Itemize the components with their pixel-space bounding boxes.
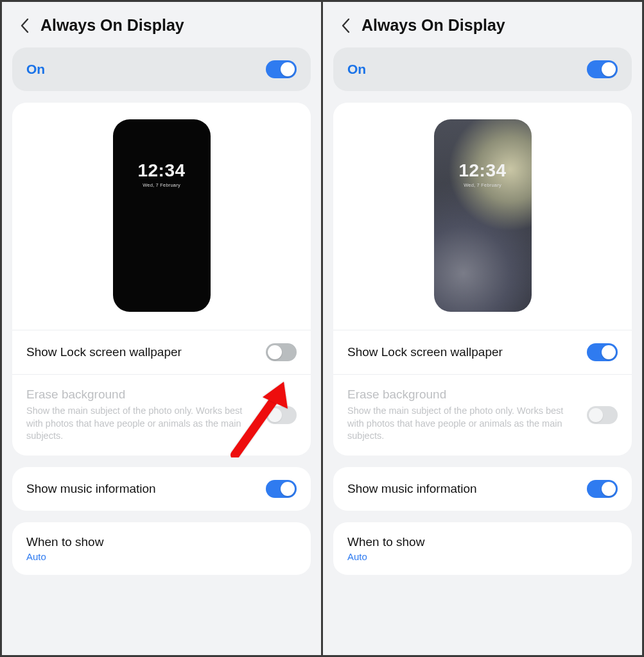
header: Always On Display bbox=[323, 2, 642, 47]
preview-card: 12:34 Wed, 7 February Show Lock screen w… bbox=[333, 103, 632, 456]
preview-time: 12:34 bbox=[458, 160, 506, 181]
phone-preview: 12:34 Wed, 7 February bbox=[434, 119, 532, 312]
phone-preview: 12:34 Wed, 7 February bbox=[113, 119, 211, 312]
erase-background-toggle bbox=[266, 406, 297, 424]
back-button[interactable] bbox=[341, 18, 350, 33]
show-wallpaper-row[interactable]: Show Lock screen wallpaper bbox=[333, 330, 632, 374]
settings-pane-left: Always On Display On 12:34 Wed, 7 Februa… bbox=[2, 2, 321, 655]
page-title: Always On Display bbox=[361, 16, 505, 35]
erase-background-row: Erase background Show the main subject o… bbox=[333, 374, 632, 456]
master-toggle-row[interactable]: On bbox=[333, 47, 632, 91]
show-wallpaper-toggle[interactable] bbox=[587, 343, 618, 361]
music-info-row[interactable]: Show music information bbox=[333, 467, 632, 511]
settings-pane-right: Always On Display On 12:34 Wed, 7 Februa… bbox=[323, 2, 642, 655]
erase-background-row: Erase background Show the main subject o… bbox=[12, 374, 311, 456]
preview-date: Wed, 7 February bbox=[464, 182, 501, 188]
chevron-left-icon bbox=[20, 18, 29, 33]
page-title: Always On Display bbox=[40, 16, 184, 35]
when-to-show-label: When to show bbox=[347, 535, 618, 549]
when-card: When to show Auto bbox=[333, 522, 632, 575]
preview-card: 12:34 Wed, 7 February Show Lock screen w… bbox=[12, 103, 311, 456]
chevron-left-icon bbox=[341, 18, 350, 33]
master-toggle[interactable] bbox=[587, 60, 618, 78]
show-wallpaper-label: Show Lock screen wallpaper bbox=[26, 345, 257, 359]
preview-date: Wed, 7 February bbox=[143, 182, 180, 188]
erase-background-desc: Show the main subject of the photo only.… bbox=[347, 405, 572, 443]
preview-time: 12:34 bbox=[137, 160, 185, 181]
aod-preview[interactable]: 12:34 Wed, 7 February bbox=[333, 103, 632, 330]
music-info-toggle[interactable] bbox=[587, 480, 618, 498]
master-toggle-label: On bbox=[347, 62, 366, 77]
header: Always On Display bbox=[2, 2, 321, 47]
show-wallpaper-toggle[interactable] bbox=[266, 343, 297, 361]
back-button[interactable] bbox=[20, 18, 29, 33]
music-card: Show music information bbox=[12, 467, 311, 511]
when-to-show-row[interactable]: When to show Auto bbox=[12, 522, 311, 575]
erase-background-toggle bbox=[587, 406, 618, 424]
erase-background-label: Erase background bbox=[347, 388, 578, 402]
aod-preview[interactable]: 12:34 Wed, 7 February bbox=[12, 103, 311, 330]
show-wallpaper-row[interactable]: Show Lock screen wallpaper bbox=[12, 330, 311, 374]
when-card: When to show Auto bbox=[12, 522, 311, 575]
master-toggle-row[interactable]: On bbox=[12, 47, 311, 91]
master-toggle[interactable] bbox=[266, 60, 297, 78]
when-to-show-value: Auto bbox=[347, 551, 618, 562]
music-card: Show music information bbox=[333, 467, 632, 511]
music-info-label: Show music information bbox=[347, 482, 477, 496]
music-info-toggle[interactable] bbox=[266, 480, 297, 498]
when-to-show-value: Auto bbox=[26, 551, 297, 562]
when-to-show-label: When to show bbox=[26, 535, 297, 549]
music-info-label: Show music information bbox=[26, 482, 156, 496]
erase-background-desc: Show the main subject of the photo only.… bbox=[26, 405, 251, 443]
when-to-show-row[interactable]: When to show Auto bbox=[333, 522, 632, 575]
show-wallpaper-label: Show Lock screen wallpaper bbox=[347, 345, 578, 359]
master-toggle-label: On bbox=[26, 62, 45, 77]
erase-background-label: Erase background bbox=[26, 388, 257, 402]
music-info-row[interactable]: Show music information bbox=[12, 467, 311, 511]
